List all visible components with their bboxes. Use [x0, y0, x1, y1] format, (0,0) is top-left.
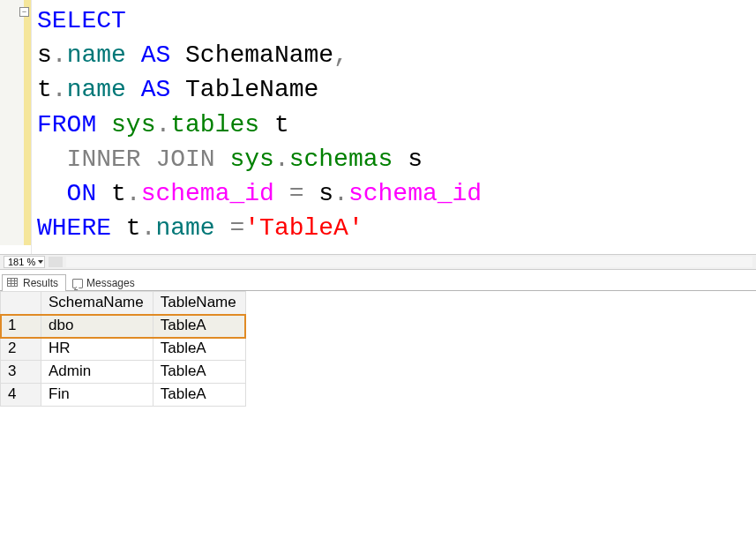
grid-cell[interactable]: TableA — [153, 315, 245, 338]
results-grid[interactable]: SchemaNameTableName1dboTableA2HRTableA3A… — [0, 291, 246, 407]
tab-messages[interactable]: Messages — [67, 274, 143, 291]
editor-status-bar: 181 % — [0, 255, 756, 270]
table-row[interactable]: 2HRTableA — [1, 338, 246, 361]
zoom-dropdown[interactable]: 181 % — [4, 256, 45, 268]
tab-results[interactable]: Results — [2, 274, 66, 291]
table-row[interactable]: 3AdminTableA — [1, 361, 246, 384]
editor-gutter: − — [0, 0, 32, 254]
row-number[interactable]: 3 — [1, 361, 41, 384]
table-row[interactable]: 4FinTableA — [1, 384, 246, 407]
grid-cell[interactable]: TableA — [153, 384, 245, 407]
hscroll-thumb[interactable] — [49, 257, 63, 267]
column-header[interactable]: SchemaName — [41, 292, 153, 315]
messages-icon — [72, 279, 83, 288]
column-header[interactable]: TableName — [153, 292, 245, 315]
grid-cell[interactable]: dbo — [41, 315, 153, 338]
chevron-down-icon — [38, 260, 43, 264]
fold-toggle-icon[interactable]: − — [19, 7, 29, 17]
zoom-level: 181 % — [8, 257, 35, 267]
tab-results-label: Results — [23, 277, 58, 289]
row-number[interactable]: 2 — [1, 338, 41, 361]
grid-corner[interactable] — [1, 292, 41, 315]
output-tabs: Results Messages — [0, 270, 756, 291]
grid-cell[interactable]: TableA — [153, 361, 245, 384]
grid-cell[interactable]: HR — [41, 338, 153, 361]
grid-icon — [7, 278, 19, 288]
table-row[interactable]: 1dboTableA — [1, 315, 246, 338]
tab-messages-label: Messages — [86, 277, 135, 289]
sql-editor-wrap: − SELECTs.name AS SchemaName,t.name AS T… — [0, 0, 756, 255]
grid-cell[interactable]: Admin — [41, 361, 153, 384]
grid-cell[interactable]: TableA — [153, 338, 245, 361]
row-number[interactable]: 4 — [1, 384, 41, 407]
hscroll-track[interactable] — [66, 257, 752, 267]
change-marker — [24, 0, 31, 245]
sql-editor[interactable]: SELECTs.name AS SchemaName,t.name AS Tab… — [32, 0, 756, 254]
row-number[interactable]: 1 — [1, 315, 41, 338]
grid-cell[interactable]: Fin — [41, 384, 153, 407]
